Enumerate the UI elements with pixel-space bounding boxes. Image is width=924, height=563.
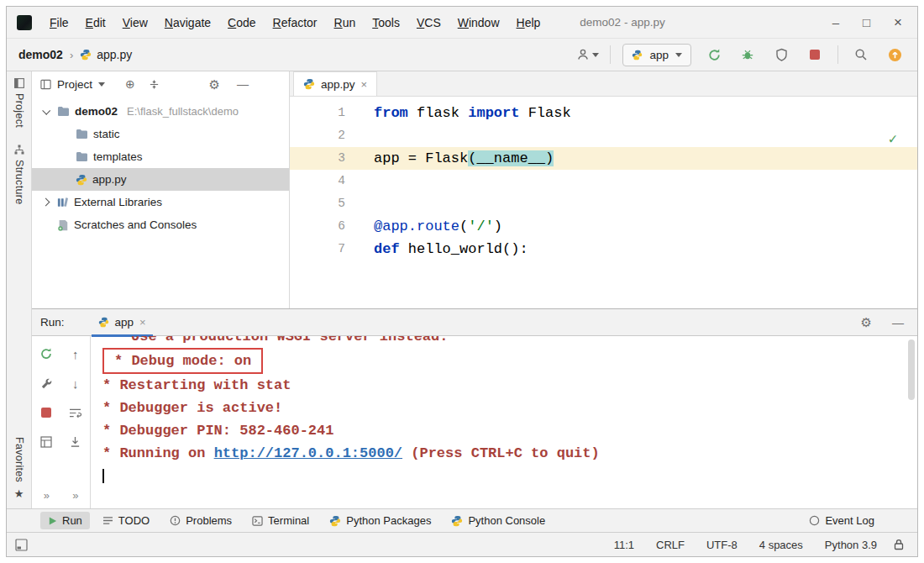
console[interactable]: Use a production WSGI server instead.* D… <box>91 336 917 508</box>
search-everywhere-button[interactable] <box>850 44 872 66</box>
tree-item-templates[interactable]: templates <box>32 145 289 168</box>
settings-button[interactable] <box>39 376 54 391</box>
code-line-7[interactable]: 7def hello_world(): <box>290 238 917 260</box>
project-panel-title-button[interactable]: Project <box>40 78 105 91</box>
menu-edit[interactable]: Edit <box>78 13 113 32</box>
minimize-button[interactable]: – <box>832 16 839 29</box>
code-text <box>362 192 374 215</box>
menu-help[interactable]: Help <box>509 13 549 32</box>
down-stack-trace-button[interactable]: ↓ <box>68 376 83 391</box>
menu-refactor[interactable]: Refactor <box>265 13 325 32</box>
tool-button-project[interactable]: Project <box>13 78 25 128</box>
project-panel-toolbar: ⊕ <box>125 78 160 90</box>
menu-navigate[interactable]: Navigate <box>157 13 218 32</box>
console-cursor-line <box>102 465 917 487</box>
line-number: 3 <box>290 147 362 170</box>
close-tab-icon[interactable]: × <box>361 78 368 91</box>
layout-icon <box>40 436 52 448</box>
inspection-ok-icon[interactable]: ✓ <box>889 130 897 148</box>
main-column: Project ⊕ ⚙ — demo02E:\flask_fullstack\d… <box>32 71 917 508</box>
problems-icon <box>170 515 181 526</box>
locate-file-button[interactable]: ⊕ <box>125 78 135 90</box>
stop-icon <box>810 50 820 60</box>
gear-icon[interactable]: ⚙ <box>209 78 220 91</box>
tree-item-demo02[interactable]: demo02E:\flask_fullstack\demo <box>32 100 289 123</box>
tool-window-layout-icon[interactable] <box>15 539 28 551</box>
project-panel: Project ⊕ ⚙ — demo02E:\flask_fullstack\d… <box>32 71 290 308</box>
editor-code[interactable]: 1from flask import Flask23app = Flask(__… <box>290 97 917 308</box>
run-toolbar-column-2: ↑ ↓ » <box>61 346 91 502</box>
chevron-down-icon[interactable] <box>39 108 52 114</box>
folder-icon <box>57 106 70 117</box>
line-number: 2 <box>290 124 362 147</box>
maximize-button[interactable]: □ <box>863 16 870 29</box>
tool-tab-python-packages[interactable]: Python Packages <box>322 512 438 529</box>
breadcrumb-file[interactable]: app.py <box>80 48 132 61</box>
tool-tab-event-log[interactable]: Event Log <box>801 512 882 529</box>
coverage-button[interactable] <box>770 44 792 66</box>
hide-panel-button[interactable]: — <box>237 78 249 90</box>
users-dropdown-button[interactable] <box>576 44 598 66</box>
code-text: app = Flask(__name__) <box>362 147 554 170</box>
user-icon <box>576 48 590 61</box>
menu-tools[interactable]: Tools <box>365 13 407 32</box>
tool-tab-todo[interactable]: TODO <box>95 512 157 529</box>
up-stack-trace-button[interactable]: ↑ <box>68 346 83 361</box>
tree-item-app-py[interactable]: app.py <box>32 168 289 191</box>
hide-panel-button[interactable]: — <box>892 317 904 329</box>
structure-icon <box>14 145 24 155</box>
editor-tab-app-py[interactable]: app.py × <box>293 71 377 96</box>
menu-run[interactable]: Run <box>327 13 364 32</box>
run-configuration-select[interactable]: app <box>622 44 691 66</box>
run-tab-app[interactable]: app × <box>92 309 153 336</box>
code-line-2[interactable]: 2 <box>290 124 917 147</box>
close-button[interactable]: × <box>894 15 902 29</box>
close-tab-icon[interactable]: × <box>139 316 146 329</box>
menu-window[interactable]: Window <box>450 13 507 32</box>
status-utf-8[interactable]: UTF-8 <box>706 539 738 551</box>
console-line-1: Use a production WSGI server instead. <box>131 336 917 348</box>
more-actions-button[interactable]: » <box>72 489 78 502</box>
tool-button-structure[interactable]: Structure <box>13 145 25 204</box>
stop-button[interactable] <box>39 405 54 420</box>
tool-button-favorites[interactable]: Favorites ★ <box>13 437 25 500</box>
code-line-5[interactable]: 5 <box>290 192 917 215</box>
rerun-button[interactable] <box>703 44 725 66</box>
tool-tab-problems[interactable]: Problems <box>162 512 239 529</box>
scrollbar-thumb[interactable] <box>908 339 915 400</box>
menu-code[interactable]: Code <box>220 13 263 32</box>
tool-tab-python-console[interactable]: Python Console <box>444 512 553 529</box>
code-text <box>362 170 374 192</box>
code-line-4[interactable]: 4 <box>290 170 917 192</box>
menu-file[interactable]: File <box>42 13 76 32</box>
tree-item-external-libraries[interactable]: External Libraries <box>32 191 289 213</box>
soft-wrap-button[interactable] <box>68 405 83 420</box>
status-11-1[interactable]: 11:1 <box>614 539 634 551</box>
updates-button[interactable] <box>884 44 906 66</box>
tool-tab-terminal[interactable]: Terminal <box>244 512 317 529</box>
code-line-1[interactable]: 1from flask import Flask <box>290 102 917 124</box>
status-python-3-9[interactable]: Python 3.9 <box>825 539 877 551</box>
status-crlf[interactable]: CRLF <box>656 539 685 551</box>
code-line-6[interactable]: 6@app.route('/') <box>290 215 917 238</box>
tree-item-label: demo02 <box>75 105 118 118</box>
chevron-right-icon[interactable] <box>39 199 52 205</box>
more-actions-button[interactable]: » <box>44 489 50 502</box>
tree-item-static[interactable]: static <box>32 123 289 145</box>
lock-icon[interactable] <box>894 539 904 550</box>
breadcrumb-project[interactable]: demo02 <box>18 48 63 61</box>
rerun-button[interactable] <box>39 346 54 361</box>
restore-layout-button[interactable] <box>39 434 54 450</box>
status-4-spaces[interactable]: 4 spaces <box>759 539 803 551</box>
collapse-all-button[interactable] <box>149 79 160 90</box>
debug-button[interactable] <box>737 44 759 66</box>
scroll-to-end-button[interactable] <box>68 434 83 450</box>
code-line-3[interactable]: 3app = Flask(__name__) <box>290 147 917 170</box>
gear-icon[interactable]: ⚙ <box>861 316 872 329</box>
stop-button[interactable] <box>804 44 826 66</box>
tree-item-scratches-and-consoles[interactable]: Scratches and Consoles <box>32 213 289 236</box>
menu-view[interactable]: View <box>115 13 155 32</box>
tool-tab-run[interactable]: Run <box>40 512 90 529</box>
menu-vcs[interactable]: VCS <box>409 13 449 32</box>
console-url-link[interactable]: http://127.0.0.1:5000/ <box>214 445 402 461</box>
